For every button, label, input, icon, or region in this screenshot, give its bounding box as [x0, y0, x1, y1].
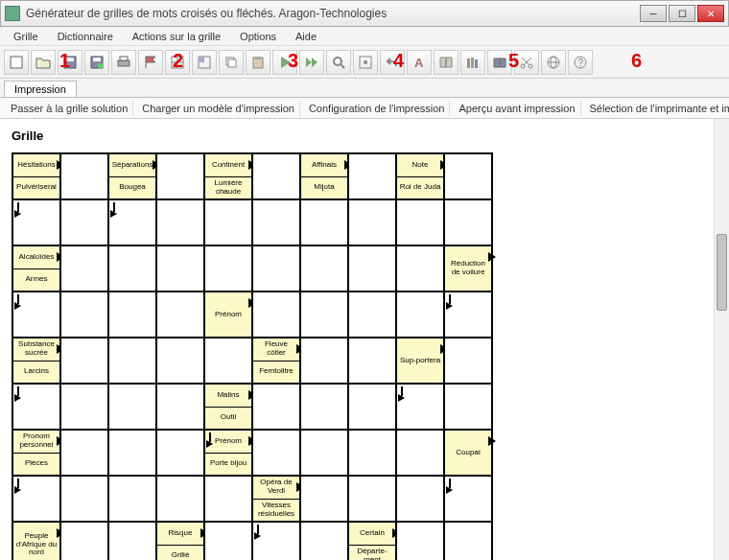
grid-cell[interactable]: [444, 199, 492, 245]
grid-cell[interactable]: [348, 476, 396, 522]
grid-cell[interactable]: [156, 199, 204, 245]
grid-cell[interactable]: SéparationsBougea: [108, 153, 156, 199]
grid-cell[interactable]: [108, 384, 156, 430]
grid-cell[interactable]: [60, 245, 108, 292]
close-button[interactable]: ✕: [697, 5, 724, 22]
tool-open[interactable]: [31, 50, 56, 75]
grid-cell[interactable]: [12, 199, 60, 245]
grid-cell[interactable]: [300, 338, 348, 384]
grid-cell[interactable]: [156, 292, 204, 338]
grid-cell[interactable]: [204, 199, 252, 245]
grid-cell[interactable]: [300, 522, 348, 560]
tool-zoom[interactable]: [326, 50, 351, 75]
grid-cell[interactable]: NoteRoi de Juda: [396, 153, 444, 199]
grid-cell[interactable]: [204, 522, 252, 560]
tool-web[interactable]: [541, 50, 566, 75]
grid-cell[interactable]: [12, 384, 60, 430]
tool-grid1[interactable]: [165, 50, 190, 75]
grid-cell[interactable]: [444, 384, 492, 430]
grid-cell[interactable]: [156, 430, 204, 476]
grid-cell[interactable]: [252, 153, 300, 199]
grid-cell[interactable]: [252, 430, 300, 476]
grid-cell[interactable]: [204, 245, 252, 292]
tab-impression[interactable]: Impression: [4, 81, 77, 97]
grid-cell[interactable]: [348, 199, 396, 245]
grid-cell[interactable]: [348, 245, 396, 292]
tool-save[interactable]: [58, 50, 82, 75]
grid-cell[interactable]: ContinentLumière chaude: [204, 153, 252, 199]
grid-cell[interactable]: [252, 245, 300, 292]
vertical-scrollbar[interactable]: [714, 119, 729, 560]
grid-cell[interactable]: [396, 384, 444, 430]
grid-cell[interactable]: AffinaisMijota: [300, 153, 348, 199]
menu-aide[interactable]: Aide: [288, 29, 324, 44]
tool-ff[interactable]: [299, 50, 324, 75]
grid-cell[interactable]: [60, 384, 108, 430]
grid-cell[interactable]: [396, 522, 444, 560]
grid-cell[interactable]: [396, 430, 444, 476]
grid-cell[interactable]: Prénom: [204, 292, 252, 338]
grid-cell[interactable]: [396, 476, 444, 522]
tool-grid2[interactable]: [192, 50, 217, 75]
grid-cell[interactable]: [108, 245, 156, 292]
grid-cell[interactable]: [60, 338, 108, 384]
grid-cell[interactable]: [300, 199, 348, 245]
subtool-load-model[interactable]: Charger un modèle d'impression: [137, 101, 300, 116]
grid-cell[interactable]: CertainDéparte-ment: [348, 522, 396, 560]
scrollbar-thumb[interactable]: [717, 234, 727, 311]
grid-cell[interactable]: [156, 338, 204, 384]
grid-cell[interactable]: PrénomPorte bijou: [204, 430, 252, 476]
grid-cell[interactable]: [60, 522, 108, 560]
grid-cell[interactable]: [108, 292, 156, 338]
grid-cell[interactable]: Peuple d'Afrique du nord: [12, 522, 60, 560]
grid-cell[interactable]: [156, 476, 204, 522]
tool-paste[interactable]: [246, 50, 270, 75]
subtool-solution[interactable]: Passer à la grille solution: [6, 101, 133, 116]
grid-cell[interactable]: [348, 292, 396, 338]
grid-cell[interactable]: [252, 384, 300, 430]
grid-cell[interactable]: [348, 384, 396, 430]
grid-cell[interactable]: [300, 292, 348, 338]
grid-cell[interactable]: Substance sucréeLarcins: [12, 338, 60, 384]
grid-cell[interactable]: [252, 522, 300, 560]
grid-cell[interactable]: MalinsOutil: [204, 384, 252, 430]
tool-saveas[interactable]: [84, 50, 109, 75]
tool-books[interactable]: [460, 50, 485, 75]
grid-cell[interactable]: [156, 384, 204, 430]
grid-cell[interactable]: [252, 292, 300, 338]
subtool-preview[interactable]: Aperçu avant impression: [454, 101, 580, 116]
grid-cell[interactable]: [60, 199, 108, 245]
grid-cell[interactable]: [204, 338, 252, 384]
tool-book[interactable]: [434, 50, 459, 75]
grid-cell[interactable]: [444, 153, 492, 199]
grid-cell[interactable]: Réduction de voilure: [444, 245, 492, 292]
crossword-grid[interactable]: HésitationsPulvériseraiSéparationsBougea…: [12, 152, 493, 560]
grid-cell[interactable]: [348, 430, 396, 476]
grid-cell[interactable]: [60, 292, 108, 338]
grid-cell[interactable]: [12, 292, 60, 338]
subtool-print-select[interactable]: Sélection de l'imprimante et impression: [585, 101, 730, 116]
grid-cell[interactable]: [204, 476, 252, 522]
grid-cell[interactable]: HésitationsPulvériserai: [12, 153, 60, 199]
tool-help[interactable]: ?: [568, 50, 593, 75]
grid-cell[interactable]: Sup-portera: [396, 338, 444, 384]
grid-cell[interactable]: [108, 338, 156, 384]
grid-cell[interactable]: [156, 153, 204, 199]
grid-cell[interactable]: [108, 522, 156, 560]
grid-cell[interactable]: Fleuve côtierFemtolitre: [252, 338, 300, 384]
subtool-config[interactable]: Configuration de l'impression: [304, 101, 451, 116]
grid-cell[interactable]: [444, 292, 492, 338]
grid-cell[interactable]: Coupai: [444, 430, 492, 476]
grid-cell[interactable]: [396, 292, 444, 338]
menu-dictionnaire[interactable]: Dictionnaire: [50, 29, 121, 44]
grid-cell[interactable]: [12, 476, 60, 522]
tool-print[interactable]: [111, 50, 136, 75]
grid-cell[interactable]: [300, 430, 348, 476]
grid-cell[interactable]: [156, 245, 204, 292]
grid-cell[interactable]: [108, 199, 156, 245]
grid-cell[interactable]: [444, 338, 492, 384]
grid-cell[interactable]: [348, 153, 396, 199]
grid-cell[interactable]: [108, 430, 156, 476]
grid-cell[interactable]: AlcaloïdesArmes: [12, 245, 60, 292]
grid-cell[interactable]: [300, 245, 348, 292]
